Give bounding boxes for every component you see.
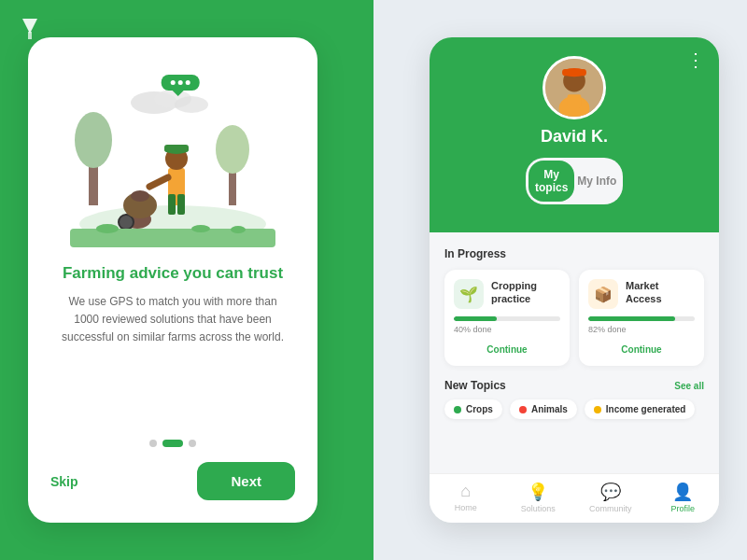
progress-card-market: 📦 Market Access 82% done Continue [579,270,704,366]
svg-line-16 [149,177,168,187]
profile-header: ⋮ David K. My topics [430,37,719,232]
app-logo [15,15,45,45]
chip-label-income: Income generated [606,404,686,414]
page-dot-2 [162,440,183,447]
avatar-image [545,56,603,119]
tab-my-info[interactable]: My Info [574,161,620,202]
bubble-dot-3 [186,80,190,85]
solutions-icon: 💡 [528,482,548,502]
chip-dot-crops [454,406,461,413]
svg-rect-15 [164,145,189,152]
market-percent: 82% done [588,325,695,334]
svg-rect-1 [28,32,32,39]
svg-point-20 [131,190,149,202]
nav-home[interactable]: ⌂ Home [430,482,502,513]
onboarding-actions: Skip Next [50,462,295,500]
profile-card: ⋮ David K. My topics [430,37,719,523]
svg-rect-11 [168,194,176,215]
farm-scene [70,75,275,252]
profile-tab-bar: My topics My Info [526,158,622,204]
svg-point-4 [75,112,112,168]
svg-point-23 [191,225,210,232]
community-icon: 💬 [600,482,621,502]
market-continue-btn[interactable]: Continue [588,344,695,355]
cropping-percent: 40% done [454,325,560,334]
avatar [543,56,606,119]
market-bar-wrap [588,316,695,321]
nav-community-label: Community [589,504,632,513]
svg-point-24 [231,226,246,233]
progress-card-top-cropping: 🌱 Cropping practice [454,279,560,309]
bubble-dot-1 [171,80,176,85]
chip-dot-income [594,406,601,413]
nav-home-label: Home [455,503,477,512]
nav-community[interactable]: 💬 Community [574,482,647,513]
cropping-label: Cropping practice [491,279,560,306]
new-topics-header: New Topics See all [444,379,704,392]
tab-my-topics[interactable]: My topics [529,161,574,202]
skip-button[interactable]: Skip [50,474,78,489]
chip-label-crops: Crops [466,404,493,414]
home-icon: ⌂ [460,482,471,501]
cropping-bar [454,316,497,321]
svg-marker-0 [22,19,37,34]
bubble-dot-2 [178,80,183,85]
svg-rect-28 [562,69,586,76]
svg-rect-12 [177,194,185,215]
more-options-button[interactable]: ⋮ [686,49,706,71]
svg-point-6 [216,125,249,174]
market-bar [588,316,675,321]
onboarding-card: Farming advice you can trust We use GPS … [28,37,317,523]
cropping-icon: 🌱 [454,279,484,309]
profile-icon: 👤 [672,482,693,502]
farm-illustration [70,75,275,247]
new-topics-title: New Topics [444,379,506,392]
chip-label-animals: Animals [531,404,568,414]
in-progress-title: In Progress [444,247,704,260]
next-button[interactable]: Next [197,462,295,500]
chip-animals[interactable]: Animals [510,399,577,419]
cropping-continue-btn[interactable]: Continue [454,344,560,355]
profile-name: David K. [541,127,608,147]
chip-crops[interactable]: Crops [444,399,502,419]
svg-point-18 [119,215,134,230]
nav-profile[interactable]: 👤 Profile [647,482,720,513]
app-container: Farming advice you can trust We use GPS … [0,0,747,560]
progress-card-cropping: 🌱 Cropping practice 40% done Continue [444,270,570,366]
market-label: Market Access [626,279,695,306]
nav-solutions-label: Solutions [521,504,556,513]
cropping-bar-wrap [454,316,560,321]
chip-dot-animals [519,406,527,413]
topic-chips: Crops Animals Income generated [444,399,704,419]
speech-bubble [162,75,200,91]
bottom-navigation: ⌂ Home 💡 Solutions 💬 Community 👤 Profile [430,473,719,523]
see-all-button[interactable]: See all [674,381,704,391]
onboarding-description: We use GPS to match you with more than 1… [50,293,295,347]
svg-point-22 [96,224,119,233]
progress-card-top-market: 📦 Market Access [588,279,695,309]
market-icon: 📦 [588,279,618,309]
nav-solutions[interactable]: 💡 Solutions [502,482,575,513]
page-dot-3 [189,440,196,447]
progress-cards: 🌱 Cropping practice 40% done Continue 📦 … [444,270,704,366]
nav-profile-label: Profile [670,504,695,513]
svg-rect-30 [568,94,582,108]
profile-body: In Progress 🌱 Cropping practice 40% done… [430,232,719,473]
illustration-area [70,65,275,252]
svg-point-9 [175,96,208,113]
page-dot-1 [149,440,157,447]
pagination-dots [149,440,196,447]
chip-income[interactable]: Income generated [585,399,696,419]
onboarding-title: Farming advice you can trust [63,263,283,284]
